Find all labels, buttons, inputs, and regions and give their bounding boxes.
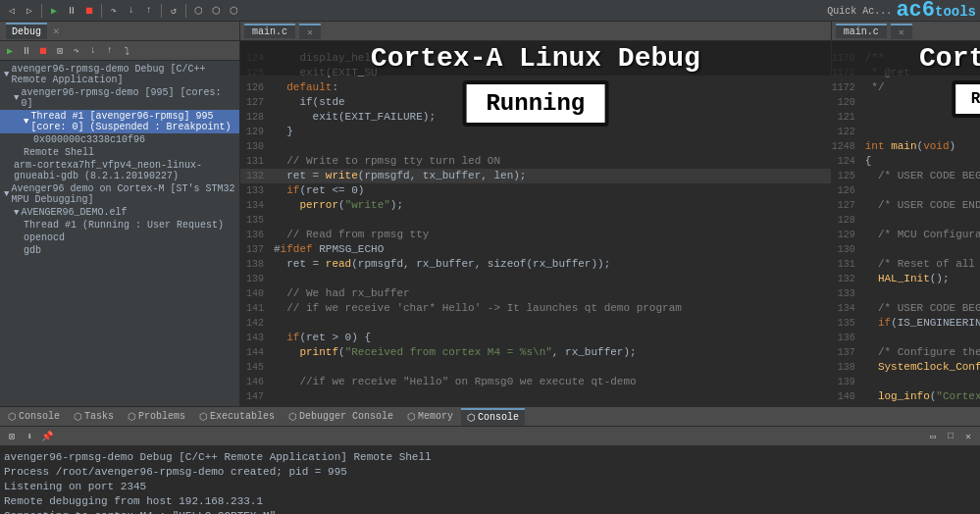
console-tb-pin[interactable]: 📌 bbox=[39, 429, 55, 444]
code-left-file-label[interactable]: main.c bbox=[244, 24, 295, 38]
console-tab-console2[interactable]: ⬡ Console bbox=[461, 408, 525, 426]
console-line: avenger96-rpmsg-demo Debug [C/C++ Remote… bbox=[4, 450, 976, 465]
code-line: 138 SystemClock_Config(); bbox=[832, 360, 980, 375]
debug-tb-stop[interactable]: ⏹ bbox=[35, 43, 51, 59]
code-left-content[interactable]: Cortex-A Linux Debug Running 124 display… bbox=[240, 41, 831, 406]
quick-access-label: Quick Ac... bbox=[827, 6, 892, 17]
toolbar-btn-debug[interactable]: ▶ bbox=[46, 3, 62, 19]
console-tab-memory[interactable]: ⬡ Memory bbox=[401, 409, 459, 425]
tree-item-label-gdb2: gdb bbox=[24, 245, 41, 256]
toolbar-btn-step-over[interactable]: ↷ bbox=[106, 3, 122, 19]
console-tb-minimize[interactable]: ▭ bbox=[925, 429, 941, 444]
debug-tree-container: ▼ avenger96-rpmsg-demo Debug [C/C++ Remo… bbox=[0, 61, 239, 406]
console-tab-console[interactable]: ⬡ Console bbox=[2, 409, 66, 425]
code-right-content[interactable]: Cortex-M Baremetal Debug Running and wai… bbox=[832, 41, 980, 406]
tree-item-label-cm: Avenger96 demo on Cortex-M [ST's STM32 M… bbox=[11, 183, 235, 205]
code-line: 122 bbox=[832, 125, 980, 139]
tree-item-1[interactable]: ▼ avenger96-rpmsg-demo [995] [cores: 0] bbox=[0, 86, 239, 110]
code-line: 146 //if we receive "Hello" on Rpmsg0 we… bbox=[240, 375, 831, 389]
toolbar-btn-more1[interactable]: ⬡ bbox=[190, 3, 206, 19]
toolbar-btn-more3[interactable]: ⬡ bbox=[226, 3, 241, 19]
debug-tb-disconnect[interactable]: ⊠ bbox=[52, 43, 68, 59]
code-line: 137#ifdef RPMSG_ECHO bbox=[240, 242, 831, 257]
code-line: 141 ((HAL_GetVersion() >> 24) & 0x000000… bbox=[832, 404, 980, 406]
code-line: 124 display_help bbox=[240, 51, 831, 66]
console-line: Process /root/avenger96-rpmsg-demo creat… bbox=[4, 465, 976, 480]
problems-icon: ⬡ bbox=[128, 411, 136, 423]
tasks-icon: ⬡ bbox=[74, 411, 82, 423]
code-line: 136 bbox=[832, 331, 980, 345]
code-line: 1171 * @ret bbox=[832, 66, 980, 80]
code-line: 127 /* USER CODE END 1 */ bbox=[832, 198, 980, 213]
tree-item-openocd[interactable]: openocd bbox=[0, 231, 239, 244]
tree-item-elf[interactable]: ▼ AVENGER96_DEMO.elf bbox=[0, 206, 239, 219]
toolbar-btn-stop[interactable]: ⏹ bbox=[81, 3, 97, 19]
tree-item-2[interactable]: ▼ Thread #1 [avenger96-rpmsg] 995 [core:… bbox=[0, 110, 239, 133]
toolbar-btn-pause[interactable]: ⏸ bbox=[64, 3, 79, 19]
debug-tb-stepout[interactable]: ↑ bbox=[102, 43, 118, 59]
code-line: 133 if(ret <= 0) bbox=[240, 183, 831, 198]
code-line: 134 /* USER CODE BEGIN Init */ bbox=[832, 301, 980, 316]
console-tb-clear[interactable]: ⊠ bbox=[4, 429, 20, 444]
toolbar-btn-more2[interactable]: ⬡ bbox=[208, 3, 224, 19]
console-tab-tasks[interactable]: ⬡ Tasks bbox=[68, 409, 120, 425]
debug-tb-drop[interactable]: ⤵ bbox=[119, 43, 134, 59]
code-panel-right: main.c ✕ Cortex-M Baremetal Debug Runnin… bbox=[832, 22, 980, 406]
toolbar-btn-fwd[interactable]: ▷ bbox=[22, 3, 37, 19]
debugger-icon: ⬡ bbox=[288, 411, 297, 423]
ac6-subtitle: tools bbox=[935, 4, 976, 20]
code-line: 139 bbox=[832, 375, 980, 389]
code-line: 140 // We had rx_buffer bbox=[240, 286, 831, 301]
tree-item-3[interactable]: 0x000000c3338c10f96 bbox=[0, 133, 239, 146]
tree-item-label-3: 0x000000c3338c10f96 bbox=[33, 134, 145, 145]
toolbar-btn-back[interactable]: ◁ bbox=[4, 3, 20, 19]
debug-tb-resume[interactable]: ▶ bbox=[2, 43, 18, 59]
code-left-close[interactable]: ✕ bbox=[299, 24, 321, 39]
code-right-file-label[interactable]: main.c bbox=[836, 24, 887, 38]
tree-item-cortexm[interactable]: ▼ Avenger96 demo on Cortex-M [ST's STM32… bbox=[0, 182, 239, 206]
tree-item-label-t1: Thread #1 (Running : User Request) bbox=[24, 220, 224, 231]
code-line: 125 /* USER CODE BEGIN 1 */ bbox=[832, 169, 980, 183]
toolbar-sep-1 bbox=[41, 4, 42, 18]
code-line: 131 /* Reset of all peripherals, Initial… bbox=[832, 257, 980, 272]
tree-item-thread1[interactable]: Thread #1 (Running : User Request) bbox=[0, 219, 239, 231]
ac6-logo: ac6tools bbox=[896, 0, 976, 22]
toolbar-btn-restart[interactable]: ↺ bbox=[166, 3, 181, 19]
code-panel-left: main.c ✕ Cortex-A Linux Debug Running bbox=[240, 22, 832, 406]
debug-tb-stepinto[interactable]: ↓ bbox=[85, 43, 101, 59]
tree-item-gdb[interactable]: arm-cortexa7hf_vfpv4_neon-linux-gnueabi-… bbox=[0, 159, 239, 182]
console-tab-debugger[interactable]: ⬡ Debugger Console bbox=[283, 409, 399, 425]
console-tb-scroll[interactable]: ⬇ bbox=[22, 429, 37, 444]
code-panel-left-tab: main.c ✕ bbox=[240, 22, 831, 41]
code-right-lines: 1170/** 1171 * @ret 1172 */ 120 121 122 … bbox=[832, 49, 980, 406]
debug-tb-pause[interactable]: ⏸ bbox=[19, 43, 34, 59]
toolbar-btn-step-into[interactable]: ↓ bbox=[124, 3, 139, 19]
debug-tab-label[interactable]: Debug bbox=[6, 23, 47, 39]
console-tb-close[interactable]: ✕ bbox=[960, 429, 976, 444]
console-content[interactable]: avenger96-rpmsg-demo Debug [C/C++ Remote… bbox=[0, 446, 980, 514]
debug-tb-stepover[interactable]: ↷ bbox=[69, 43, 84, 59]
code-right-close[interactable]: ✕ bbox=[891, 24, 912, 39]
code-line: 129 } bbox=[240, 125, 831, 139]
code-line: 136 // Read from rpmsg tty bbox=[240, 228, 831, 242]
arrow-icon-0: ▼ bbox=[4, 70, 9, 79]
toolbar-sep-3 bbox=[161, 4, 162, 18]
top-toolbar: ◁ ▷ ▶ ⏸ ⏹ ↷ ↓ ↑ ↺ ⬡ ⬡ ⬡ Quick Ac... ac6t… bbox=[0, 0, 980, 22]
console-tab-problems[interactable]: ⬡ Problems bbox=[122, 409, 191, 425]
tree-item-label-openocd: openocd bbox=[24, 232, 65, 243]
code-area: main.c ✕ Cortex-A Linux Debug Running bbox=[240, 22, 980, 406]
tree-item-gdb2[interactable]: gdb bbox=[0, 244, 239, 257]
main-container: ◁ ▷ ▶ ⏸ ⏹ ↷ ↓ ↑ ↺ ⬡ ⬡ ⬡ Quick Ac... ac6t… bbox=[0, 0, 980, 514]
toolbar-sep-4 bbox=[185, 4, 186, 18]
tree-item-remote-shell[interactable]: Remote Shell bbox=[0, 146, 239, 159]
tree-item-0[interactable]: ▼ avenger96-rpmsg-demo Debug [C/C++ Remo… bbox=[0, 63, 239, 86]
code-line: 128 bbox=[832, 213, 980, 228]
toolbar-btn-step-out[interactable]: ↑ bbox=[141, 3, 157, 19]
console-tb-maximize[interactable]: □ bbox=[943, 429, 958, 444]
debug-tab-close[interactable]: ✕ bbox=[53, 25, 60, 37]
console-tab-executables[interactable]: ⬡ Executables bbox=[193, 409, 281, 425]
code-line: 1248int main(void) bbox=[832, 139, 980, 154]
debug-panel-tab: Debug ✕ bbox=[0, 22, 239, 41]
tree-item-label-1: avenger96-rpmsg-demo [995] [cores: 0] bbox=[21, 87, 235, 109]
code-line: 132 HAL_Init(); bbox=[832, 272, 980, 286]
